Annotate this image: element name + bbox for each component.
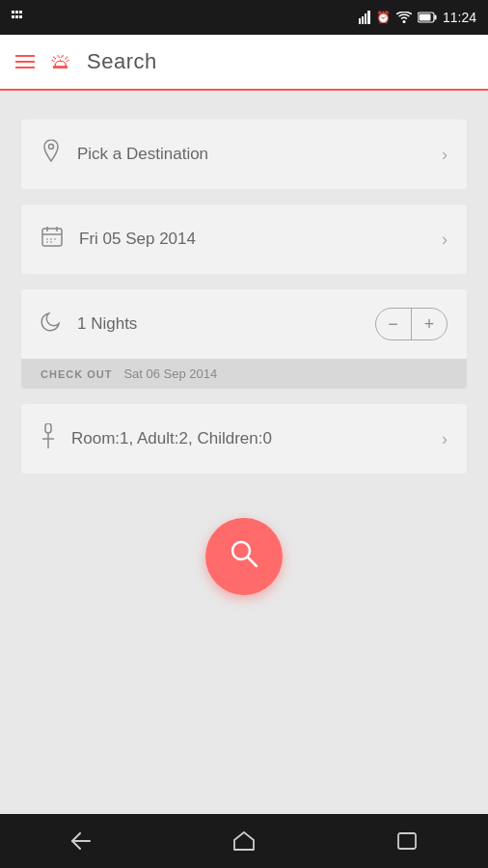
nights-card[interactable]: 1 Nights − +	[21, 289, 467, 359]
checkout-date: Sat 06 Sep 2014	[123, 366, 217, 381]
main-content: Pick a Destination › Fri 05 Sep 2014 ›	[0, 91, 488, 614]
svg-point-14	[49, 145, 54, 149]
search-fab-button[interactable]	[205, 518, 283, 595]
app-bar: 🛎 Search	[0, 35, 488, 91]
page-title: Search	[87, 49, 157, 74]
svg-rect-1	[15, 11, 18, 14]
location-icon	[41, 139, 62, 170]
checkin-card[interactable]: Fri 05 Sep 2014 ›	[21, 204, 467, 274]
destination-chevron: ›	[442, 145, 447, 165]
menu-icon[interactable]	[15, 55, 35, 68]
calendar-icon	[41, 225, 64, 254]
nights-stepper: − +	[375, 308, 448, 340]
svg-rect-4	[15, 15, 18, 18]
phone-signal-icon	[359, 11, 370, 24]
bottom-nav	[0, 814, 488, 868]
rooms-chevron: ›	[442, 429, 447, 449]
svg-rect-0	[12, 11, 14, 14]
nights-text: 1 Nights	[77, 314, 375, 334]
svg-rect-6	[359, 18, 361, 24]
wifi-icon	[396, 12, 412, 23]
fab-wrapper	[21, 518, 467, 595]
checkout-bar: CHECK OUT Sat 06 Sep 2014	[21, 359, 467, 389]
svg-rect-8	[365, 14, 366, 24]
svg-rect-21	[45, 423, 51, 433]
grid-icon	[12, 11, 27, 24]
alarm-icon: ⏰	[376, 11, 391, 24]
status-bar: ⏰ 11:24	[0, 0, 488, 35]
destination-text: Pick a Destination	[77, 145, 442, 164]
search-fab-icon	[229, 538, 259, 576]
svg-rect-3	[12, 15, 14, 18]
status-time: 11:24	[443, 10, 476, 25]
svg-rect-9	[367, 11, 370, 24]
svg-rect-2	[19, 11, 22, 14]
svg-rect-7	[362, 16, 364, 24]
moon-icon	[41, 311, 62, 338]
checkout-label: CHECK OUT	[41, 368, 112, 380]
svg-line-25	[248, 557, 257, 566]
checkin-date-text: Fri 05 Sep 2014	[79, 230, 442, 249]
status-bar-left	[12, 11, 27, 24]
rooms-card[interactable]: Room:1, Adult:2, Children:0 ›	[21, 404, 467, 474]
rooms-text: Room:1, Adult:2, Children:0	[71, 429, 442, 448]
back-button[interactable]	[52, 822, 110, 860]
svg-rect-13	[419, 14, 430, 21]
svg-rect-12	[434, 15, 436, 20]
battery-icon	[418, 12, 437, 23]
increment-button[interactable]: +	[412, 309, 447, 339]
svg-rect-27	[398, 833, 416, 849]
hotel-bell-icon: 🛎	[50, 49, 71, 74]
room-icon	[41, 423, 56, 454]
nights-card-wrapper: 1 Nights − + CHECK OUT Sat 06 Sep 2014	[21, 289, 467, 389]
svg-rect-15	[42, 229, 62, 246]
home-button[interactable]	[215, 822, 273, 860]
destination-card[interactable]: Pick a Destination ›	[21, 120, 467, 189]
svg-point-10	[402, 20, 405, 23]
recents-button[interactable]	[378, 822, 436, 860]
decrement-button[interactable]: −	[376, 309, 411, 339]
checkin-chevron: ›	[442, 230, 447, 250]
svg-rect-5	[19, 15, 22, 18]
status-bar-right: ⏰ 11:24	[359, 10, 476, 25]
